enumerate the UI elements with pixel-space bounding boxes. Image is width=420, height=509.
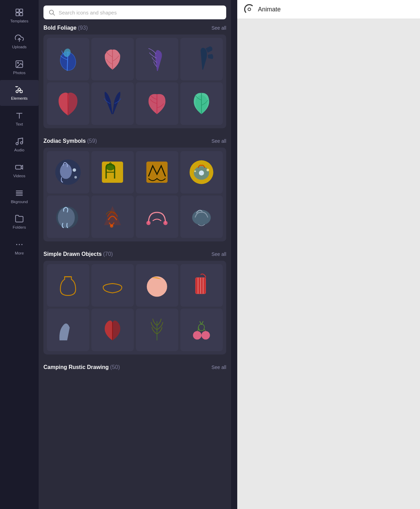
foliage-item-3[interactable] (136, 38, 178, 80)
svg-point-11 (16, 142, 18, 145)
sidebar-item-uploads[interactable]: Uploads (0, 29, 39, 54)
sidebar-item-videos[interactable]: Videos (0, 158, 39, 183)
svg-point-47 (147, 221, 151, 225)
search-bar-wrapper (39, 0, 231, 23)
svg-point-8 (16, 91, 18, 93)
sidebar-item-audio[interactable]: Audio (0, 132, 39, 158)
zodiac-item-1[interactable] (47, 151, 89, 193)
more-icon (14, 240, 24, 249)
sidebar-label-elements: Elements (11, 96, 28, 101)
sidebar-item-more[interactable]: More (0, 235, 39, 261)
sidebar: Templates Uploads Photos Elements Te (0, 0, 39, 509)
drawn-item-6[interactable] (91, 309, 134, 351)
zodiac-item-4[interactable] (180, 151, 223, 193)
foliage-item-5[interactable] (47, 82, 89, 125)
section-title-zodiac: Zodiac Symbols(59) (43, 138, 97, 144)
zodiac-item-6[interactable] (91, 196, 134, 238)
zodiac-item-5[interactable] (47, 196, 89, 238)
see-all-camping[interactable]: See all (211, 365, 226, 370)
section-simple-drawn: Simple Drawn Objects(70) See all (43, 251, 226, 355)
svg-point-20 (19, 244, 20, 245)
see-all-simple-drawn[interactable]: See all (211, 251, 226, 257)
svg-point-34 (73, 168, 76, 172)
drawn-item-4[interactable] (180, 264, 223, 307)
grid-zodiac (43, 148, 226, 241)
sidebar-label-more: More (15, 251, 24, 256)
svg-rect-0 (16, 9, 19, 12)
elements-icon (14, 85, 24, 94)
foliage-item-6[interactable] (91, 82, 134, 125)
zodiac-item-8[interactable] (180, 196, 223, 238)
svg-point-12 (20, 142, 23, 144)
sidebar-item-elements[interactable]: Elements (0, 80, 39, 106)
animate-label: Animate (258, 6, 281, 13)
svg-point-37 (106, 164, 115, 171)
section-header-simple-drawn: Simple Drawn Objects(70) See all (43, 251, 226, 257)
drawn-item-3[interactable] (136, 264, 178, 307)
svg-point-19 (16, 244, 17, 245)
svg-point-33 (60, 164, 72, 179)
foliage-item-8[interactable] (180, 82, 223, 125)
svg-rect-3 (20, 13, 23, 16)
sidebar-item-templates[interactable]: Templates (0, 3, 39, 29)
sidebar-label-templates: Templates (10, 19, 28, 24)
sidebar-label-uploads: Uploads (12, 45, 27, 50)
right-panel: Animate (237, 0, 420, 509)
animate-icon (244, 4, 254, 14)
svg-point-48 (163, 221, 168, 225)
section-title-simple-drawn: Simple Drawn Objects(70) (43, 251, 113, 257)
section-header-bold-foliage: Bold Foliage(93) See all (43, 25, 226, 31)
elements-scroll-area[interactable]: Bold Foliage(93) See all (39, 23, 231, 509)
folder-icon (14, 214, 24, 223)
svg-line-64 (204, 329, 206, 331)
background-icon (14, 188, 24, 198)
svg-point-35 (74, 176, 77, 179)
animate-icon-inner (248, 8, 251, 11)
drawn-item-1[interactable] (47, 264, 89, 307)
section-title-camping: Camping Rustic Drawing(50) (43, 364, 120, 370)
svg-point-62 (201, 331, 210, 340)
svg-point-61 (193, 331, 202, 340)
sidebar-item-folders[interactable]: Folders (0, 209, 39, 235)
drawn-item-2[interactable] (91, 264, 134, 307)
section-header-zodiac: Zodiac Symbols(59) See all (43, 138, 226, 144)
elements-panel: Bold Foliage(93) See all (39, 0, 231, 509)
sidebar-label-videos: Videos (13, 174, 26, 179)
section-header-camping: Camping Rustic Drawing(50) See all (43, 364, 226, 370)
search-icon (48, 9, 55, 16)
grid-icon (14, 8, 24, 17)
foliage-item-4[interactable] (180, 38, 223, 80)
svg-point-45 (58, 207, 75, 228)
section-zodiac-symbols: Zodiac Symbols(59) See all (43, 138, 226, 241)
drawn-item-7[interactable] (136, 309, 178, 351)
canvas-area[interactable] (237, 19, 420, 509)
svg-point-51 (147, 277, 167, 297)
audio-icon (14, 137, 24, 146)
svg-rect-7 (20, 91, 22, 93)
zodiac-item-3[interactable] (136, 151, 178, 193)
sidebar-item-background[interactable]: Bkground (0, 183, 39, 209)
foliage-item-2[interactable] (91, 38, 134, 80)
search-bar[interactable] (43, 6, 226, 19)
section-title-bold-foliage: Bold Foliage(93) (43, 25, 88, 31)
svg-point-6 (18, 62, 19, 63)
svg-rect-13 (16, 165, 21, 169)
sidebar-item-photos[interactable]: Photos (0, 54, 39, 80)
svg-line-23 (53, 14, 55, 16)
see-all-bold-foliage[interactable]: See all (211, 25, 226, 31)
see-all-zodiac[interactable]: See all (211, 138, 226, 144)
upload-icon (14, 33, 24, 43)
video-icon (14, 162, 24, 172)
foliage-item-7[interactable] (136, 82, 178, 125)
svg-rect-1 (20, 9, 23, 12)
search-input[interactable] (59, 10, 221, 16)
foliage-item-1[interactable] (47, 38, 89, 80)
svg-point-42 (207, 169, 209, 171)
zodiac-item-2[interactable] (91, 151, 134, 193)
drawn-item-5[interactable] (47, 309, 89, 351)
drawn-item-8[interactable] (180, 309, 223, 351)
svg-rect-2 (16, 13, 19, 16)
zodiac-item-7[interactable] (136, 196, 178, 238)
svg-point-46 (110, 224, 113, 228)
sidebar-item-text[interactable]: Text (0, 106, 39, 132)
